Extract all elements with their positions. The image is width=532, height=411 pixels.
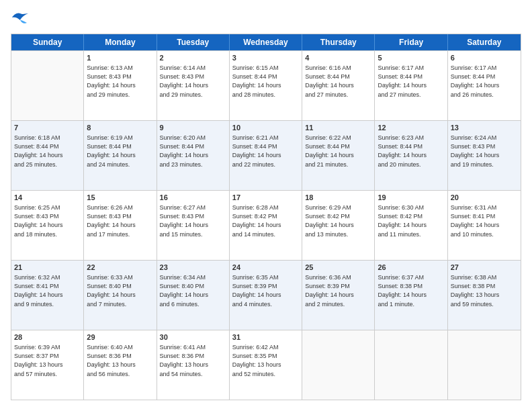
calendar-cell-3: 3Sunrise: 6:15 AM Sunset: 8:44 PM Daylig… <box>230 51 302 120</box>
calendar-row-4: 28Sunrise: 6:39 AM Sunset: 8:37 PM Dayli… <box>11 330 521 400</box>
day-number: 14 <box>14 193 81 203</box>
calendar-cell-29: 29Sunrise: 6:40 AM Sunset: 8:36 PM Dayli… <box>84 330 157 400</box>
cell-info: Sunrise: 6:36 AM Sunset: 8:39 PM Dayligh… <box>305 273 371 308</box>
day-number: 17 <box>232 193 299 203</box>
calendar-row-1: 7Sunrise: 6:18 AM Sunset: 8:44 PM Daylig… <box>11 120 521 190</box>
calendar-header-row: SundayMondayTuesdayWednesdayThursdayFrid… <box>11 34 521 50</box>
logo <box>11 11 32 27</box>
cell-info: Sunrise: 6:25 AM Sunset: 8:43 PM Dayligh… <box>14 203 81 238</box>
day-number: 5 <box>378 53 444 63</box>
cell-info: Sunrise: 6:18 AM Sunset: 8:44 PM Dayligh… <box>14 134 81 169</box>
calendar-header-sunday: Sunday <box>11 34 84 50</box>
calendar-cell-14: 14Sunrise: 6:25 AM Sunset: 8:43 PM Dayli… <box>11 191 84 260</box>
calendar-cell-11: 11Sunrise: 6:22 AM Sunset: 8:44 PM Dayli… <box>302 121 375 190</box>
day-number: 8 <box>87 123 153 133</box>
calendar-cell-19: 19Sunrise: 6:30 AM Sunset: 8:42 PM Dayli… <box>375 191 447 260</box>
calendar-cell-24: 24Sunrise: 6:35 AM Sunset: 8:39 PM Dayli… <box>230 261 302 330</box>
cell-info: Sunrise: 6:23 AM Sunset: 8:44 PM Dayligh… <box>378 134 444 169</box>
calendar-header-tuesday: Tuesday <box>157 34 230 50</box>
calendar-header-monday: Monday <box>84 34 157 50</box>
day-number: 26 <box>378 263 444 273</box>
calendar-cell-23: 23Sunrise: 6:34 AM Sunset: 8:40 PM Dayli… <box>157 261 230 330</box>
day-number: 6 <box>451 53 518 63</box>
cell-info: Sunrise: 6:37 AM Sunset: 8:38 PM Dayligh… <box>378 273 444 308</box>
day-number: 9 <box>160 123 226 133</box>
cell-info: Sunrise: 6:22 AM Sunset: 8:44 PM Dayligh… <box>305 134 371 169</box>
calendar-cell-4: 4Sunrise: 6:16 AM Sunset: 8:44 PM Daylig… <box>302 51 375 120</box>
day-number: 30 <box>160 332 226 342</box>
cell-info: Sunrise: 6:28 AM Sunset: 8:42 PM Dayligh… <box>232 203 299 238</box>
calendar-cell-28: 28Sunrise: 6:39 AM Sunset: 8:37 PM Dayli… <box>11 330 84 400</box>
cell-info: Sunrise: 6:20 AM Sunset: 8:44 PM Dayligh… <box>160 134 226 169</box>
calendar-cell-22: 22Sunrise: 6:33 AM Sunset: 8:40 PM Dayli… <box>84 261 157 330</box>
calendar-cell-26: 26Sunrise: 6:37 AM Sunset: 8:38 PM Dayli… <box>375 261 447 330</box>
cell-info: Sunrise: 6:21 AM Sunset: 8:44 PM Dayligh… <box>232 134 299 169</box>
calendar-cell-5: 5Sunrise: 6:17 AM Sunset: 8:44 PM Daylig… <box>375 51 447 120</box>
day-number: 12 <box>378 123 444 133</box>
cell-info: Sunrise: 6:41 AM Sunset: 8:36 PM Dayligh… <box>160 343 226 378</box>
header <box>11 11 521 27</box>
cell-info: Sunrise: 6:27 AM Sunset: 8:43 PM Dayligh… <box>160 203 226 238</box>
calendar-cell-27: 27Sunrise: 6:38 AM Sunset: 8:38 PM Dayli… <box>448 261 521 330</box>
calendar-cell-21: 21Sunrise: 6:32 AM Sunset: 8:41 PM Dayli… <box>11 261 84 330</box>
cell-info: Sunrise: 6:31 AM Sunset: 8:41 PM Dayligh… <box>451 203 518 238</box>
cell-info: Sunrise: 6:15 AM Sunset: 8:44 PM Dayligh… <box>232 64 299 99</box>
day-number: 7 <box>14 123 81 133</box>
calendar-cell-1: 1Sunrise: 6:13 AM Sunset: 8:43 PM Daylig… <box>84 51 157 120</box>
cell-info: Sunrise: 6:35 AM Sunset: 8:39 PM Dayligh… <box>232 273 299 308</box>
calendar-page: SundayMondayTuesdayWednesdayThursdayFrid… <box>0 0 532 411</box>
cell-info: Sunrise: 6:40 AM Sunset: 8:36 PM Dayligh… <box>87 343 153 378</box>
cell-info: Sunrise: 6:17 AM Sunset: 8:44 PM Dayligh… <box>378 64 444 99</box>
calendar-cell-31: 31Sunrise: 6:42 AM Sunset: 8:35 PM Dayli… <box>230 330 302 400</box>
calendar-row-3: 21Sunrise: 6:32 AM Sunset: 8:41 PM Dayli… <box>11 260 521 330</box>
day-number: 1 <box>87 53 153 63</box>
calendar-cell-7: 7Sunrise: 6:18 AM Sunset: 8:44 PM Daylig… <box>11 121 84 190</box>
calendar-row-2: 14Sunrise: 6:25 AM Sunset: 8:43 PM Dayli… <box>11 190 521 260</box>
day-number: 20 <box>451 193 518 203</box>
calendar-header-friday: Friday <box>375 34 447 50</box>
day-number: 21 <box>14 263 81 273</box>
day-number: 22 <box>87 263 153 273</box>
calendar-cell-8: 8Sunrise: 6:19 AM Sunset: 8:44 PM Daylig… <box>84 121 157 190</box>
calendar-cell-empty-5 <box>375 330 447 400</box>
day-number: 19 <box>378 193 444 203</box>
calendar: SundayMondayTuesdayWednesdayThursdayFrid… <box>11 34 521 400</box>
day-number: 4 <box>305 53 371 63</box>
calendar-cell-12: 12Sunrise: 6:23 AM Sunset: 8:44 PM Dayli… <box>375 121 447 190</box>
day-number: 11 <box>305 123 371 133</box>
calendar-cell-13: 13Sunrise: 6:24 AM Sunset: 8:43 PM Dayli… <box>448 121 521 190</box>
cell-info: Sunrise: 6:17 AM Sunset: 8:44 PM Dayligh… <box>451 64 518 99</box>
cell-info: Sunrise: 6:13 AM Sunset: 8:43 PM Dayligh… <box>87 64 153 99</box>
day-number: 16 <box>160 193 226 203</box>
cell-info: Sunrise: 6:14 AM Sunset: 8:43 PM Dayligh… <box>160 64 226 99</box>
cell-info: Sunrise: 6:19 AM Sunset: 8:44 PM Dayligh… <box>87 134 153 169</box>
cell-info: Sunrise: 6:30 AM Sunset: 8:42 PM Dayligh… <box>378 203 444 238</box>
calendar-header-wednesday: Wednesday <box>230 34 302 50</box>
cell-info: Sunrise: 6:33 AM Sunset: 8:40 PM Dayligh… <box>87 273 153 308</box>
day-number: 13 <box>451 123 518 133</box>
calendar-cell-15: 15Sunrise: 6:26 AM Sunset: 8:43 PM Dayli… <box>84 191 157 260</box>
day-number: 10 <box>232 123 299 133</box>
cell-info: Sunrise: 6:26 AM Sunset: 8:43 PM Dayligh… <box>87 203 153 238</box>
day-number: 27 <box>451 263 518 273</box>
cell-info: Sunrise: 6:32 AM Sunset: 8:41 PM Dayligh… <box>14 273 81 308</box>
cell-info: Sunrise: 6:34 AM Sunset: 8:40 PM Dayligh… <box>160 273 226 308</box>
cell-info: Sunrise: 6:39 AM Sunset: 8:37 PM Dayligh… <box>14 343 81 378</box>
calendar-cell-25: 25Sunrise: 6:36 AM Sunset: 8:39 PM Dayli… <box>302 261 375 330</box>
day-number: 18 <box>305 193 371 203</box>
day-number: 29 <box>87 332 153 342</box>
calendar-cell-6: 6Sunrise: 6:17 AM Sunset: 8:44 PM Daylig… <box>448 51 521 120</box>
logo-bird-icon <box>11 11 30 27</box>
calendar-row-0: 1Sunrise: 6:13 AM Sunset: 8:43 PM Daylig… <box>11 50 521 120</box>
day-number: 2 <box>160 53 226 63</box>
day-number: 31 <box>232 332 299 342</box>
calendar-cell-16: 16Sunrise: 6:27 AM Sunset: 8:43 PM Dayli… <box>157 191 230 260</box>
calendar-cell-18: 18Sunrise: 6:29 AM Sunset: 8:42 PM Dayli… <box>302 191 375 260</box>
day-number: 3 <box>232 53 299 63</box>
calendar-body: 1Sunrise: 6:13 AM Sunset: 8:43 PM Daylig… <box>11 50 521 400</box>
day-number: 28 <box>14 332 81 342</box>
calendar-cell-17: 17Sunrise: 6:28 AM Sunset: 8:42 PM Dayli… <box>230 191 302 260</box>
calendar-cell-10: 10Sunrise: 6:21 AM Sunset: 8:44 PM Dayli… <box>230 121 302 190</box>
calendar-header-saturday: Saturday <box>448 34 521 50</box>
calendar-cell-empty-6 <box>448 330 521 400</box>
